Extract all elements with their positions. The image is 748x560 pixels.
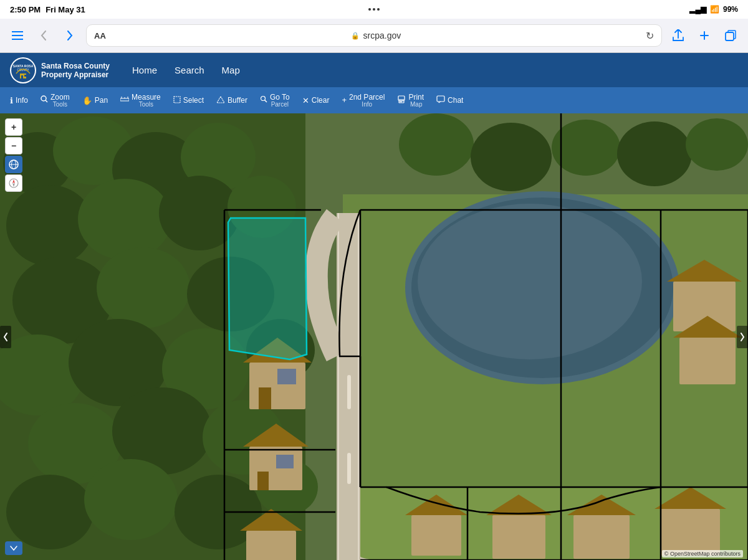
nav-home[interactable]: Home (125, 61, 165, 79)
zoom-out-button[interactable]: − (5, 137, 22, 154)
map-attribution: © OpenStreetMap contributors (662, 550, 743, 558)
svg-point-36 (97, 247, 190, 328)
side-arrow-right[interactable] (737, 326, 748, 348)
share-button[interactable] (668, 26, 688, 45)
pan-tool-button[interactable]: ✋ Pan (77, 93, 113, 108)
side-arrow-left[interactable] (0, 326, 11, 348)
svg-rect-2 (12, 39, 23, 40)
svg-point-50 (471, 123, 552, 191)
info-tool-button[interactable]: ℹ Info (5, 93, 33, 108)
dot2 (373, 8, 375, 11)
logo-area: SANTA ROSA COUNTY Santa Rosa County Prop… (10, 57, 110, 83)
clear-tool-button[interactable]: ✕ Clear (297, 93, 335, 108)
svg-point-52 (617, 121, 692, 186)
svg-rect-3 (726, 32, 734, 40)
svg-rect-66 (347, 375, 351, 409)
svg-rect-78 (411, 515, 461, 556)
zoom-in-button[interactable]: + (5, 118, 22, 136)
buffer-icon (216, 96, 225, 105)
chat-tool-button[interactable]: Chat (431, 93, 468, 108)
print-icon (397, 95, 406, 105)
zoom-icon (41, 95, 48, 105)
svg-rect-88 (679, 338, 736, 384)
svg-rect-71 (277, 369, 296, 384)
svg-rect-64 (338, 213, 339, 560)
status-time-area: 2:50 PM Fri May 31 (10, 5, 85, 14)
org-line1: Santa Rosa County (41, 62, 110, 70)
aa-label: AA (94, 31, 106, 40)
svg-rect-76 (246, 531, 296, 560)
svg-rect-65 (358, 213, 359, 560)
print-tool-button[interactable]: Print Map (392, 90, 429, 110)
goto-parcel-tool-button[interactable]: Go To Parcel (255, 90, 295, 110)
svg-rect-12 (120, 98, 129, 101)
svg-point-46 (84, 459, 178, 540)
svg-rect-75 (276, 455, 294, 468)
browser-bar: AA 🔒 srcpa.gov ↻ (0, 19, 748, 53)
measure-tool-button[interactable]: Measure Tools (115, 90, 166, 110)
info-icon: ℹ (10, 96, 13, 105)
select-tool-button[interactable]: Select (168, 93, 209, 108)
reload-button[interactable]: ↻ (646, 30, 654, 42)
svg-marker-17 (217, 97, 224, 103)
svg-text:SANTA ROSA: SANTA ROSA (13, 64, 34, 68)
wifi-icon: 📶 (710, 5, 719, 14)
app-header: SANTA ROSA COUNTY Santa Rosa County Prop… (0, 53, 748, 87)
svg-rect-70 (259, 387, 271, 409)
pan-icon: ✋ (82, 96, 92, 105)
signal-icon: ▂▄▆ (689, 5, 706, 14)
expand-button[interactable] (5, 541, 22, 555)
nav-search[interactable]: Search (167, 61, 212, 79)
status-day: Fri May 31 (46, 5, 85, 14)
main-nav: Home Search Map (125, 61, 247, 79)
map-container[interactable]: SRCPA + − © OpenStreetMap contributors (0, 113, 748, 560)
dot1 (368, 8, 371, 11)
nav-map[interactable]: Map (214, 61, 247, 79)
second-parcel-tool-button[interactable]: + 2nd Parcel Info (337, 90, 390, 110)
measure-icon (120, 95, 129, 105)
compass-button[interactable] (5, 174, 22, 192)
url-text: srcpa.gov (363, 31, 401, 40)
svg-rect-24 (437, 96, 444, 102)
svg-marker-108 (228, 218, 307, 359)
sidebar-toggle-button[interactable] (7, 26, 27, 45)
clear-icon: ✕ (302, 96, 309, 105)
svg-point-62 (418, 204, 642, 359)
lock-icon: 🔒 (351, 32, 360, 40)
buffer-tool-button[interactable]: Buffer (211, 93, 252, 108)
second-parcel-icon: + (342, 95, 347, 105)
toolbar: ℹ Info Zoom Tools ✋ Pan Measure Tools Se… (0, 87, 748, 113)
svg-rect-84 (661, 509, 720, 556)
address-bar[interactable]: AA 🔒 srcpa.gov ↻ (86, 24, 662, 47)
svg-line-19 (264, 100, 267, 103)
back-button[interactable] (34, 26, 54, 45)
aerial-map: SRCPA (0, 113, 748, 560)
svg-line-11 (46, 100, 47, 102)
svg-rect-8 (21, 75, 23, 78)
chat-icon (436, 95, 445, 105)
svg-rect-82 (573, 515, 630, 559)
svg-rect-67 (347, 453, 351, 484)
dot3 (377, 8, 380, 11)
battery-level: 99% (723, 5, 738, 14)
org-line2: Property Appraiser (41, 70, 110, 79)
status-dots (368, 8, 380, 11)
globe-button[interactable] (5, 156, 22, 173)
zoom-tool-button[interactable]: Zoom Tools (36, 90, 75, 110)
select-icon (173, 96, 181, 105)
svg-rect-74 (257, 472, 269, 490)
map-controls: + − (5, 118, 22, 192)
forward-button[interactable] (60, 26, 80, 45)
svg-point-45 (6, 475, 94, 549)
status-indicators: ▂▄▆ 📶 99% (689, 5, 738, 14)
svg-point-53 (686, 118, 748, 171)
svg-rect-1 (12, 35, 23, 36)
tabs-button[interactable] (721, 26, 741, 45)
logo-circle: SANTA ROSA COUNTY (10, 57, 36, 83)
svg-rect-80 (492, 515, 545, 559)
status-time: 2:50 PM (10, 5, 41, 14)
svg-rect-9 (24, 75, 26, 77)
svg-point-49 (399, 113, 474, 176)
svg-point-32 (78, 179, 171, 260)
new-tab-button[interactable] (694, 26, 714, 45)
